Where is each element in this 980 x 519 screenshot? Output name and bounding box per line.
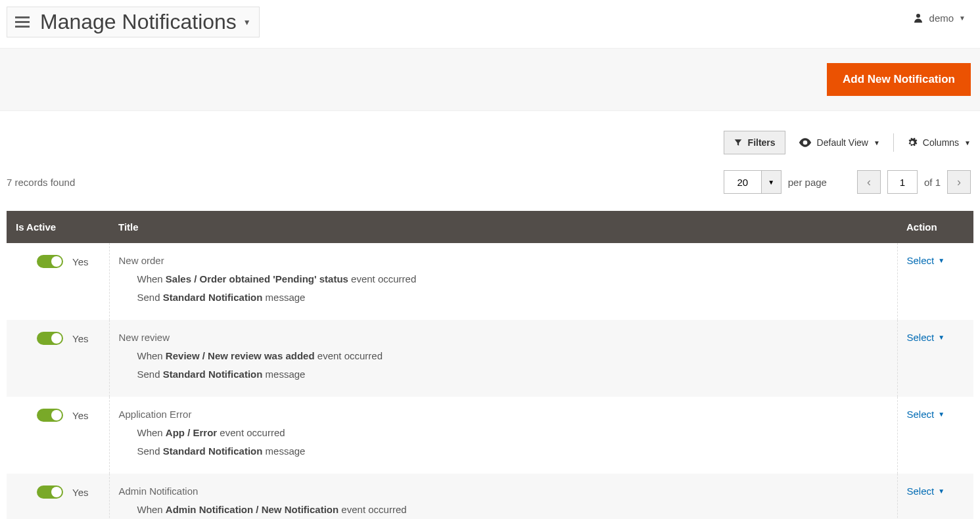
filters-button[interactable]: Filters	[724, 131, 785, 154]
records-found: 7 records found	[7, 177, 75, 188]
active-toggle[interactable]	[37, 332, 63, 345]
divider	[893, 133, 894, 152]
chevron-down-icon: ▼	[874, 139, 880, 147]
eye-icon	[799, 138, 812, 147]
user-icon	[912, 12, 924, 24]
select-label: Select	[907, 409, 935, 420]
active-label: Yes	[72, 256, 88, 267]
col-action[interactable]: Action	[897, 211, 973, 243]
funnel-icon	[734, 138, 743, 147]
default-view-button[interactable]: Default View ▼	[799, 137, 880, 148]
notification-title: New review	[119, 332, 888, 343]
notification-send: Send Standard Notification message	[119, 367, 888, 382]
chevron-down-icon: ▼	[938, 334, 945, 341]
page-of-total: of 1	[924, 177, 941, 188]
user-name: demo	[929, 12, 954, 24]
notification-send: Send Standard Notification message	[119, 290, 888, 305]
select-action[interactable]: Select▼	[907, 485, 945, 497]
table-row: YesAdmin NotificationWhen Admin Notifica…	[7, 474, 973, 519]
gear-icon	[907, 137, 918, 148]
select-action[interactable]: Select▼	[907, 255, 945, 266]
select-label: Select	[907, 255, 935, 266]
notification-title: Admin Notification	[119, 485, 888, 497]
per-page-label: per page	[788, 177, 827, 188]
columns-button[interactable]: Columns ▼	[907, 137, 971, 148]
per-page-dropdown-icon[interactable]: ▼	[761, 171, 781, 193]
select-action[interactable]: Select▼	[907, 409, 945, 420]
notification-when: When Review / New review was added event…	[119, 348, 888, 364]
chevron-down-icon: ▼	[959, 14, 966, 22]
user-menu[interactable]: demo ▼	[912, 12, 966, 24]
chevron-down-icon: ▼	[938, 411, 945, 418]
prev-page-button[interactable]: ‹	[857, 170, 881, 194]
notification-when: When Sales / Order obtained 'Pending' st…	[119, 271, 888, 287]
columns-label: Columns	[923, 137, 959, 148]
page-title-wrap[interactable]: Manage Notifications ▼	[7, 7, 260, 37]
table-row: YesApplication ErrorWhen App / Error eve…	[7, 397, 973, 474]
filters-label: Filters	[748, 137, 776, 148]
active-label: Yes	[72, 333, 88, 344]
notifications-table: Is Active Title Action YesNew orderWhen …	[7, 211, 973, 519]
table-row: YesNew reviewWhen Review / New review wa…	[7, 320, 973, 397]
active-label: Yes	[72, 410, 88, 421]
active-toggle[interactable]	[37, 255, 63, 268]
select-label: Select	[907, 332, 935, 343]
notification-title: New order	[119, 255, 888, 266]
notification-title: Application Error	[119, 409, 888, 420]
page-title: Manage Notifications	[40, 10, 237, 34]
active-toggle[interactable]	[37, 485, 63, 499]
per-page-input[interactable]	[724, 171, 761, 193]
default-view-label: Default View	[817, 137, 868, 148]
chevron-down-icon: ▼	[938, 257, 945, 264]
notification-when: When App / Error event occurred	[119, 425, 888, 441]
select-label: Select	[907, 485, 935, 497]
active-toggle[interactable]	[37, 409, 63, 422]
col-is-active[interactable]: Is Active	[7, 211, 109, 243]
chevron-down-icon: ▼	[964, 139, 971, 147]
current-page-input[interactable]	[887, 170, 918, 194]
menu-icon[interactable]	[15, 16, 30, 28]
table-row: YesNew orderWhen Sales / Order obtained …	[7, 243, 973, 320]
col-title[interactable]: Title	[109, 211, 897, 243]
notification-when: When Admin Notification / New Notificati…	[119, 502, 888, 518]
next-page-button[interactable]: ›	[947, 170, 971, 194]
add-new-notification-button[interactable]: Add New Notification	[827, 63, 971, 96]
active-label: Yes	[72, 487, 88, 498]
title-dropdown-icon[interactable]: ▼	[243, 18, 251, 27]
per-page-selector[interactable]: ▼	[724, 170, 782, 194]
chevron-down-icon: ▼	[938, 487, 945, 495]
notification-send: Send Standard Notification message	[119, 443, 888, 459]
select-action[interactable]: Select▼	[907, 332, 945, 343]
svg-point-0	[916, 14, 920, 18]
